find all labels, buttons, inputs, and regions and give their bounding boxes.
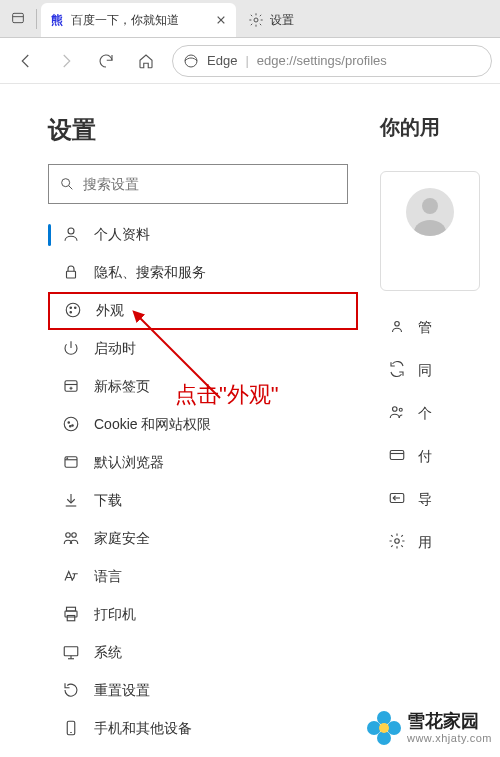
- sidebar-item-label: 手机和其他设备: [94, 720, 192, 738]
- svg-point-4: [254, 18, 258, 22]
- profile-option-label: 用: [418, 534, 432, 552]
- profile-option-label: 管: [418, 319, 432, 337]
- profile-option-gear2[interactable]: 用: [388, 532, 500, 553]
- sidebar-item-label: 系统: [94, 644, 122, 662]
- separator: [36, 9, 37, 29]
- sidebar-item-label: 家庭安全: [94, 530, 150, 548]
- phone-icon: [62, 719, 80, 740]
- sidebar-item-label: 个人资料: [94, 226, 150, 244]
- newtab-icon: [62, 377, 80, 398]
- svg-line-7: [69, 186, 73, 190]
- toolbar: Edge | edge://settings/profiles: [0, 38, 500, 84]
- baidu-favicon-icon: 熊: [49, 12, 65, 28]
- search-icon: [59, 176, 75, 192]
- title-bar: 熊 百度一下，你就知道 设置: [0, 0, 500, 38]
- palette-icon: [64, 301, 82, 322]
- url-text: edge://settings/profiles: [257, 53, 387, 68]
- power-icon: [62, 339, 80, 360]
- sidebar-item-family[interactable]: 家庭安全: [48, 520, 358, 558]
- svg-point-8: [68, 228, 74, 234]
- gear-icon: [248, 12, 264, 28]
- sidebar-item-browser[interactable]: 默认浏览器: [48, 444, 358, 482]
- tab-title: 百度一下，你就知道: [71, 12, 208, 29]
- tab-settings[interactable]: 设置: [240, 3, 302, 37]
- close-tab-icon[interactable]: [214, 13, 228, 27]
- sidebar-item-label: 外观: [96, 302, 124, 320]
- profile-option-sync[interactable]: 同: [388, 360, 500, 381]
- sidebar-item-language[interactable]: 语言: [48, 558, 358, 596]
- people-icon: [388, 403, 406, 424]
- printer-icon: [62, 605, 80, 626]
- sidebar-item-label: 打印机: [94, 606, 136, 624]
- svg-rect-31: [64, 646, 78, 655]
- sidebar-item-lock[interactable]: 隐私、搜索和服务: [48, 254, 358, 292]
- svg-point-19: [68, 421, 70, 423]
- profile-option-label: 付: [418, 448, 432, 466]
- sidebar-item-phone[interactable]: 手机和其他设备: [48, 710, 358, 748]
- system-icon: [62, 643, 80, 664]
- profile-option-label: 同: [418, 362, 432, 380]
- back-button[interactable]: [8, 43, 44, 79]
- svg-point-5: [185, 55, 197, 67]
- svg-point-12: [75, 307, 77, 309]
- home-button[interactable]: [128, 43, 164, 79]
- tab-baidu[interactable]: 熊 百度一下，你就知道: [41, 3, 236, 37]
- profile-card[interactable]: [380, 171, 480, 291]
- sidebar-item-newtab[interactable]: 新标签页: [48, 368, 358, 406]
- profile-option-people[interactable]: 个: [388, 403, 500, 424]
- svg-point-26: [66, 532, 71, 537]
- profile-option-import[interactable]: 导: [388, 489, 500, 510]
- settings-nav-list: 个人资料隐私、搜索和服务外观启动时新标签页Cookie 和网站权限默认浏览器下载…: [48, 216, 380, 757]
- sidebar-item-label: 默认浏览器: [94, 454, 164, 472]
- svg-point-6: [62, 179, 70, 187]
- svg-point-37: [395, 322, 400, 327]
- svg-point-27: [72, 532, 77, 537]
- watermark-url: www.xhjaty.com: [407, 732, 492, 744]
- svg-rect-40: [390, 451, 404, 460]
- watermark-title: 雪花家园: [407, 712, 492, 732]
- address-bar[interactable]: Edge | edge://settings/profiles: [172, 45, 492, 77]
- svg-point-20: [72, 424, 74, 426]
- tab-actions-button[interactable]: [0, 0, 36, 37]
- tab-title: 设置: [270, 12, 294, 29]
- sidebar-item-palette[interactable]: 外观: [48, 292, 358, 330]
- content: 设置 个人资料隐私、搜索和服务外观启动时新标签页Cookie 和网站权限默认浏览…: [0, 84, 500, 757]
- sidebar-item-label: Cookie 和网站权限: [94, 416, 211, 434]
- refresh-button[interactable]: [88, 43, 124, 79]
- svg-point-44: [395, 539, 400, 544]
- sidebar-item-reset[interactable]: 重置设置: [48, 672, 358, 710]
- language-icon: [62, 567, 80, 588]
- profile-option-label: 个: [418, 405, 432, 423]
- search-input[interactable]: [83, 176, 337, 192]
- search-settings-box[interactable]: [48, 164, 348, 204]
- sidebar-item-label: 重置设置: [94, 682, 150, 700]
- profile-option-card[interactable]: 付: [388, 446, 500, 467]
- lock-icon: [62, 263, 80, 284]
- sidebar-item-label: 下载: [94, 492, 122, 510]
- profile-option-account[interactable]: 管: [388, 317, 500, 338]
- card-icon: [388, 446, 406, 467]
- svg-rect-9: [67, 271, 76, 278]
- svg-point-18: [64, 417, 78, 431]
- sidebar-item-profile[interactable]: 个人资料: [48, 216, 358, 254]
- svg-point-21: [70, 425, 72, 427]
- reset-icon: [62, 681, 80, 702]
- profile-icon: [62, 225, 80, 246]
- gear2-icon: [388, 532, 406, 553]
- sidebar-item-label: 语言: [94, 568, 122, 586]
- sidebar-item-download[interactable]: 下载: [48, 482, 358, 520]
- forward-button[interactable]: [48, 43, 84, 79]
- profile-heading: 你的用: [380, 114, 500, 141]
- sidebar-item-system[interactable]: 系统: [48, 634, 358, 672]
- settings-heading: 设置: [48, 114, 380, 146]
- browser-icon: [62, 453, 80, 474]
- sidebar-item-edge[interactable]: 关于 Microsoft Edge: [48, 748, 358, 757]
- cookie-icon: [62, 415, 80, 436]
- edge-label: Edge: [207, 53, 237, 68]
- svg-rect-0: [13, 13, 24, 22]
- separator: |: [245, 53, 248, 68]
- sidebar-item-cookie[interactable]: Cookie 和网站权限: [48, 406, 358, 444]
- sidebar-item-printer[interactable]: 打印机: [48, 596, 358, 634]
- svg-point-10: [66, 303, 80, 317]
- sidebar-item-power[interactable]: 启动时: [48, 330, 358, 368]
